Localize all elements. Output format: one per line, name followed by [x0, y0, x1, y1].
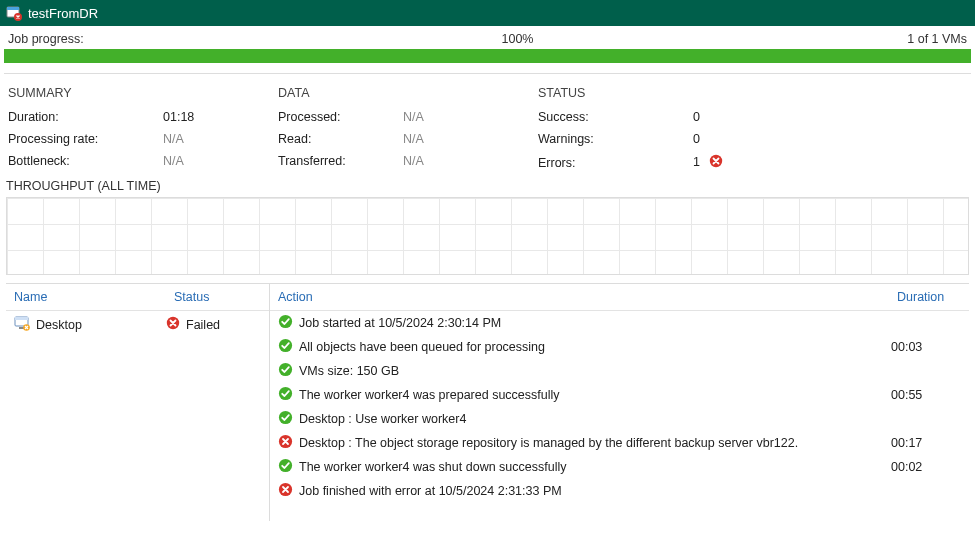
- log-text: The worker worker4 was shut down success…: [299, 460, 566, 474]
- log-text: Job started at 10/5/2024 2:30:14 PM: [299, 316, 501, 330]
- rate-label: Processing rate:: [8, 132, 163, 146]
- window-title: testFromDR: [28, 6, 969, 21]
- throughput-label: THROUGHPUT (ALL TIME): [0, 177, 975, 195]
- warnings-value: 0: [693, 132, 700, 146]
- errors-value: 1: [693, 154, 723, 171]
- svg-point-10: [279, 339, 292, 352]
- svg-rect-5: [15, 317, 28, 320]
- window-icon: [6, 5, 22, 21]
- item-status: Failed: [186, 318, 220, 332]
- log-row[interactable]: Job started at 10/5/2024 2:30:14 PM: [270, 311, 969, 335]
- errors-label: Errors:: [538, 156, 693, 170]
- throughput-chart: [6, 197, 969, 275]
- log-row[interactable]: Job finished with error at 10/5/2024 2:3…: [270, 479, 969, 503]
- separator: [4, 73, 971, 74]
- duration-value: 01:18: [163, 110, 194, 124]
- log-text: Desktop : Use worker worker4: [299, 412, 466, 426]
- log-duration: 00:02: [891, 460, 961, 474]
- log-row[interactable]: The worker worker4 was shut down success…: [270, 455, 969, 479]
- progress-bar: [4, 49, 971, 63]
- log-text: Job finished with error at 10/5/2024 2:3…: [299, 484, 562, 498]
- warnings-label: Warnings:: [538, 132, 693, 146]
- svg-rect-1: [7, 7, 19, 10]
- progress-header: Job progress: 100% 1 of 1 VMs: [0, 26, 975, 49]
- log-duration: 00:55: [891, 388, 961, 402]
- svg-point-13: [279, 411, 292, 424]
- errors-count: 1: [693, 155, 700, 169]
- job-progress-vms: 1 of 1 VMs: [907, 32, 967, 46]
- success-icon: [278, 386, 293, 404]
- object-list-header: Name Status: [6, 284, 269, 311]
- duration-label: Duration:: [8, 110, 163, 124]
- status-column: STATUS Success:0 Warnings:0 Errors: 1: [534, 80, 971, 177]
- svg-point-15: [279, 459, 292, 472]
- summary-column: SUMMARY Duration:01:18 Processing rate:N…: [4, 80, 274, 177]
- progress-bar-container: [0, 49, 975, 69]
- action-log: Action Duration Job started at 10/5/2024…: [270, 284, 969, 521]
- log-row[interactable]: Desktop : Use worker worker4: [270, 407, 969, 431]
- success-label: Success:: [538, 110, 693, 124]
- success-icon: [278, 410, 293, 428]
- summary-heading: SUMMARY: [8, 86, 270, 100]
- title-bar: testFromDR: [0, 0, 975, 26]
- success-icon: [278, 362, 293, 380]
- success-icon: [278, 314, 293, 332]
- status-heading: STATUS: [538, 86, 967, 100]
- list-item[interactable]: Desktop Failed: [6, 311, 269, 338]
- bottom-pane: Name Status Desktop: [6, 283, 969, 521]
- header-name[interactable]: Name: [6, 284, 166, 310]
- processed-label: Processed:: [278, 110, 403, 124]
- svg-point-11: [279, 363, 292, 376]
- bottleneck-value: N/A: [163, 154, 184, 168]
- log-body: Job started at 10/5/2024 2:30:14 PMAll o…: [270, 311, 969, 521]
- svg-point-9: [279, 315, 292, 328]
- header-action[interactable]: Action: [270, 284, 889, 310]
- data-heading: DATA: [278, 86, 530, 100]
- log-text: Desktop : The object storage repository …: [299, 436, 798, 450]
- read-value: N/A: [403, 132, 424, 146]
- success-icon: [278, 338, 293, 356]
- log-row[interactable]: All objects have been queued for process…: [270, 335, 969, 359]
- log-row[interactable]: The worker worker4 was prepared successf…: [270, 383, 969, 407]
- header-duration[interactable]: Duration: [889, 284, 969, 310]
- read-label: Read:: [278, 132, 403, 146]
- log-duration: 00:03: [891, 340, 961, 354]
- object-list: Name Status Desktop: [6, 284, 270, 521]
- info-block: SUMMARY Duration:01:18 Processing rate:N…: [0, 80, 975, 177]
- item-name: Desktop: [36, 318, 82, 332]
- job-progress-percent: 100%: [488, 32, 548, 46]
- header-status[interactable]: Status: [166, 284, 269, 310]
- success-icon: [278, 458, 293, 476]
- failed-icon: [166, 316, 180, 333]
- success-value: 0: [693, 110, 700, 124]
- bottleneck-label: Bottleneck:: [8, 154, 163, 168]
- action-log-header: Action Duration: [270, 284, 969, 311]
- transferred-label: Transferred:: [278, 154, 403, 168]
- job-progress-label: Job progress:: [8, 32, 488, 46]
- log-row[interactable]: Desktop : The object storage repository …: [270, 431, 969, 455]
- error-icon: [709, 157, 723, 171]
- vm-icon: [14, 315, 30, 334]
- error-icon: [278, 482, 293, 500]
- log-row[interactable]: VMs size: 150 GB: [270, 359, 969, 383]
- log-duration: 00:17: [891, 436, 961, 450]
- log-text: The worker worker4 was prepared successf…: [299, 388, 560, 402]
- data-column: DATA Processed:N/A Read:N/A Transferred:…: [274, 80, 534, 177]
- processed-value: N/A: [403, 110, 424, 124]
- log-text: All objects have been queued for process…: [299, 340, 545, 354]
- log-text: VMs size: 150 GB: [299, 364, 399, 378]
- svg-point-12: [279, 387, 292, 400]
- error-icon: [278, 434, 293, 452]
- transferred-value: N/A: [403, 154, 424, 168]
- rate-value: N/A: [163, 132, 184, 146]
